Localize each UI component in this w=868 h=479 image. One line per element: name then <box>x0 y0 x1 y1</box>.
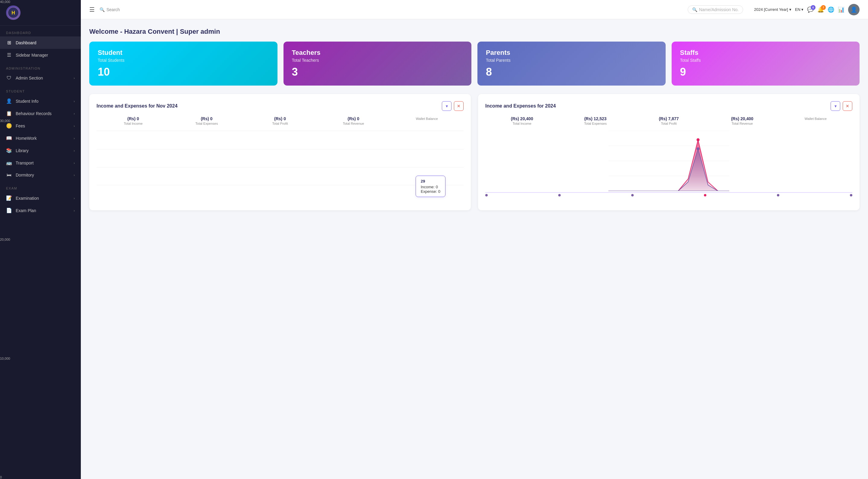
exam-plan-label: Exam Plan <box>16 208 36 213</box>
stat2024-2: (Rs) 7,877Total Profit <box>632 116 706 125</box>
nov-stat-3: (Rs) 0Total Revenue <box>317 116 390 125</box>
stat-subtitle-teachers: Total Teachers <box>292 58 463 63</box>
stat-title-parents: Parents <box>486 49 657 57</box>
chart-icon: 📊 <box>838 7 844 13</box>
globe-icon: 🌐 <box>828 7 834 13</box>
chart-2024-expand-button[interactable]: ▾ <box>831 101 840 111</box>
avatar-icon: 👤 <box>850 6 857 13</box>
message-button[interactable]: 💬 0 <box>807 6 814 13</box>
student-info-label: Student Info <box>16 99 39 104</box>
tooltip-date: 29 <box>421 179 440 183</box>
chart-nov-tooltip: 29 Income: 0 Expense: 0 <box>415 176 445 197</box>
stat-subtitle-parents: Total Parents <box>486 58 657 63</box>
nov-stat-2: (Rs) 0Total Profit <box>243 116 317 125</box>
admin-section-label: Admin Section <box>16 76 43 80</box>
examination-label: Examination <box>16 196 39 201</box>
chart-main <box>485 131 852 203</box>
chart-nov-close-button[interactable]: ✕ <box>454 101 464 111</box>
language-selector[interactable]: EN ▾ <box>795 7 803 12</box>
chart-svg <box>485 131 852 191</box>
stat-value-parents: 8 <box>486 66 657 78</box>
sidebar-manager-label: Sidebar Manager <box>16 53 48 58</box>
tooltip-income: Income: 0 <box>421 185 440 189</box>
behaviour-records-label: Behaviour Records <box>16 111 52 116</box>
stat2024-0: (Rs) 20,400Total Income <box>485 116 559 125</box>
nov-stat-1: (Rs) 0Total Expenses <box>170 116 243 125</box>
charts-row: Income and Expenses for Nov 2024 ▾ ✕ (Rs… <box>89 94 860 210</box>
behaviour-records-chevron: › <box>73 112 75 115</box>
welcome-title: Welcome - Hazara Convent | Super admin <box>89 28 860 36</box>
chart-2024-area: 40,00030,00020,00010,0000 <box>485 131 852 203</box>
admin-section-chevron: › <box>73 76 75 80</box>
lang-chevron: ▾ <box>801 7 803 12</box>
stat-value-staffs: 9 <box>680 66 851 78</box>
name-search-icon: 🔍 <box>692 7 697 12</box>
globe-button[interactable]: 🌐 <box>828 6 834 13</box>
chart-nov: Income and Expenses for Nov 2024 ▾ ✕ (Rs… <box>89 94 471 210</box>
notification-badge: 7 <box>821 5 826 10</box>
chart-2024: Income and Expenses for 2024 ▾ ✕ (Rs) 20… <box>478 94 860 210</box>
expense-peak-point <box>697 147 700 150</box>
chart-nov-stats: (Rs) 0Total Income(Rs) 0Total Expenses(R… <box>96 116 464 125</box>
stat-card-parents: Parents Total Parents 8 <box>477 42 665 85</box>
menu-icon[interactable]: ☰ <box>89 6 95 13</box>
stat-title-student: Student <box>98 49 269 57</box>
stat2024-1: (Rs) 12,523Total Expenses <box>559 116 632 125</box>
chart-nov-expand-button[interactable]: ▾ <box>442 101 452 111</box>
tooltip-expense: Expense: 0 <box>421 189 440 194</box>
fees-chevron: › <box>73 124 75 128</box>
dormitory-label: Dormitory <box>16 173 34 177</box>
year-selector[interactable]: 2024 [Current Year] ▾ <box>754 7 792 12</box>
transport-chevron: › <box>73 161 75 165</box>
library-label: Library <box>16 148 29 153</box>
stat-title-teachers: Teachers <box>292 49 463 57</box>
stat-subtitle-staffs: Total Staffs <box>680 58 851 63</box>
chart-button[interactable]: 📊 <box>838 6 844 13</box>
avatar[interactable]: 👤 <box>848 4 860 15</box>
homework-chevron: › <box>73 136 75 140</box>
stat-subtitle-student: Total Students <box>98 58 269 63</box>
search-label: Search <box>106 7 120 12</box>
chart-nov-title: Income and Expenses for Nov 2024 <box>96 103 178 109</box>
stat-title-staffs: Staffs <box>680 49 851 57</box>
dormitory-chevron: › <box>73 173 75 177</box>
chart-nov-header: Income and Expenses for Nov 2024 ▾ ✕ <box>96 101 464 111</box>
nov-stat-0: (Rs) 0Total Income <box>96 116 170 125</box>
topbar: ☰ 🔍 Search 🔍 Name/Admission No. 2024 [Cu… <box>81 0 868 19</box>
name-search-input[interactable]: 🔍 Name/Admission No. <box>688 5 743 14</box>
year-label: 2024 [Current Year] <box>754 7 788 12</box>
nov-stat-4: Wallet Balance <box>390 116 464 125</box>
chart-2024-title: Income and Expenses for 2024 <box>485 103 556 109</box>
stat-value-teachers: 3 <box>292 66 463 78</box>
search-button[interactable]: 🔍 Search <box>99 7 120 12</box>
main-content: Welcome - Hazara Convent | Super admin S… <box>81 19 868 479</box>
topbar-right: 2024 [Current Year] ▾ EN ▾ 💬 0 🔔 7 🌐 📊 <box>754 4 860 15</box>
transport-label: Transport <box>16 161 33 165</box>
chart-2024-actions: ▾ ✕ <box>831 101 852 111</box>
library-chevron: › <box>73 149 75 152</box>
stat-card-student: Student Total Students 10 <box>89 42 277 85</box>
chart-2024-header: Income and Expenses for 2024 ▾ ✕ <box>485 101 852 111</box>
stat-card-teachers: Teachers Total Teachers 3 <box>283 42 472 85</box>
stat-value-student: 10 <box>98 66 269 78</box>
student-info-chevron: › <box>73 99 75 103</box>
exam-plan-chevron: › <box>73 209 75 212</box>
dashboard-label: Dashboard <box>16 40 36 45</box>
lang-label: EN <box>795 7 801 12</box>
stats-grid: Student Total Students 10 Teachers Total… <box>89 42 860 85</box>
stat2024-3: (Rs) 20,400Total Revenue <box>706 116 779 125</box>
stat-card-staffs: Staffs Total Staffs 9 <box>672 42 860 85</box>
chart-nov-actions: ▾ ✕ <box>442 101 464 111</box>
stat2024-4: Wallet Balance <box>779 116 852 125</box>
chart-2024-stats: (Rs) 20,400Total Income(Rs) 12,523Total … <box>485 116 852 125</box>
main-area: ☰ 🔍 Search 🔍 Name/Admission No. 2024 [Cu… <box>81 0 868 479</box>
income-peak-point <box>697 138 700 141</box>
notification-button[interactable]: 🔔 7 <box>817 6 824 13</box>
name-search-placeholder: Name/Admission No. <box>699 7 739 12</box>
chart-2024-close-button[interactable]: ✕ <box>843 101 852 111</box>
fees-label: Fees <box>16 124 25 128</box>
year-chevron: ▾ <box>789 7 792 12</box>
message-badge: 0 <box>811 5 815 10</box>
examination-chevron: › <box>73 197 75 200</box>
homework-label: HomeWork <box>16 136 37 141</box>
